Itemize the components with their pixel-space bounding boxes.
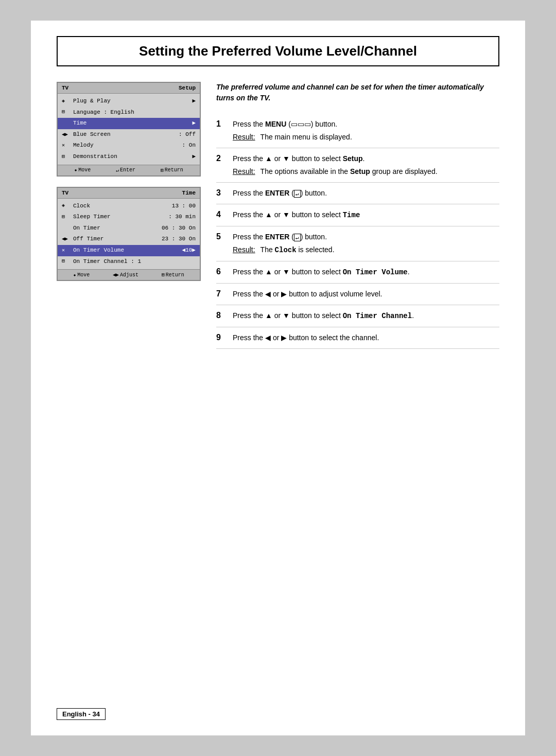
step-content-5: Press the ENTER (↵) button. Result: The … bbox=[233, 232, 499, 256]
step-3-text: Press the ENTER (↵) button. bbox=[233, 188, 499, 199]
tv-value-ontimer: 06 : 30 On bbox=[162, 224, 196, 233]
tv-setup-menu-items: ◈ Plug & Play ▶ ⊞ Language : English Tim… bbox=[58, 94, 200, 165]
tv-footer-return-1: ⊞ Return bbox=[161, 167, 183, 173]
step-1-result-label: Result: bbox=[233, 132, 255, 143]
tv-row-ontimervolume: ✕ On Timer Volume ◀10▶ bbox=[58, 245, 200, 256]
step-2-result-label: Result: bbox=[233, 166, 255, 177]
tv-row-clock: ◈ Clock 13 : 00 bbox=[58, 201, 200, 212]
icon-move-2: ⬥ bbox=[73, 272, 76, 278]
tv-footer-return-2: ⊞ Return bbox=[162, 272, 184, 278]
step-1-bold: MENU bbox=[265, 120, 286, 128]
icon-sleep: ⊞ bbox=[62, 213, 73, 221]
step-content-4: Press the ▲ or ▼ button to select Time bbox=[233, 209, 499, 221]
tv-row-ontimer: On Timer 06 : 30 On bbox=[58, 223, 200, 234]
tv-row-language: ⊞ Language : English bbox=[58, 107, 200, 118]
step-2: 2 Press the ▲ or ▼ button to select Setu… bbox=[216, 148, 499, 183]
icon-return-1: ⊞ bbox=[161, 167, 164, 173]
tv-row-bluescreen: ◀▶ Blue Screen : Off bbox=[58, 129, 200, 140]
step-number-2: 2 bbox=[216, 154, 227, 163]
tv-value-offtimer: 23 : 30 On bbox=[162, 235, 196, 244]
step-7-text: Press the ◀ or ▶ button to adjust volume… bbox=[233, 289, 499, 300]
step-4: 4 Press the ▲ or ▼ button to select Time bbox=[216, 204, 499, 226]
step-5-result-text: The Clock is selected. bbox=[260, 244, 335, 256]
tv-footer-move-2: ⬥ Move bbox=[73, 272, 90, 278]
tv-screen-setup-header: TV Setup bbox=[58, 83, 200, 94]
tv-label-offtimer: Off Timer bbox=[73, 235, 162, 244]
step-5-result-mono: Clock bbox=[275, 246, 297, 254]
step-5-result: Result: The Clock is selected. bbox=[233, 244, 499, 256]
step-6: 6 Press the ▲ or ▼ button to select On T… bbox=[216, 261, 499, 284]
tv-row-sleep: ⊞ Sleep Timer : 30 min bbox=[58, 212, 200, 223]
step-1-result: Result: The main menu is displayed. bbox=[233, 132, 499, 143]
step-5-bold: ENTER bbox=[265, 233, 289, 241]
intro-text: The preferred volume and channel can be … bbox=[216, 82, 499, 103]
tv-label-language: Language : English bbox=[73, 108, 196, 117]
tv-header-left-1: TV bbox=[62, 85, 68, 91]
tv-label-sleep: Sleep Timer bbox=[73, 213, 168, 222]
step-6-mono: On Timer Volume bbox=[343, 268, 408, 276]
icon-adjust-2: ◀▶ bbox=[113, 272, 119, 278]
step-8-text: Press the ▲ or ▼ button to select On Tim… bbox=[233, 310, 499, 322]
tv-header-left-2: TV bbox=[62, 190, 68, 196]
icon-ontimerchannel: ⊞ bbox=[62, 257, 73, 266]
step-5: 5 Press the ENTER (↵) button. Result: Th… bbox=[216, 226, 499, 261]
step-content-9: Press the ◀ or ▶ button to select the ch… bbox=[233, 332, 499, 343]
tv-label-demo: Demonstration bbox=[73, 152, 190, 162]
step-4-mono: Time bbox=[343, 211, 360, 219]
icon-demo: ⊞ bbox=[62, 153, 73, 161]
icon-clock: ◈ bbox=[62, 202, 73, 210]
step-3-bold: ENTER bbox=[265, 189, 289, 197]
step-5-text: Press the ENTER (↵) button. bbox=[233, 232, 499, 242]
tv-row-plug: ◈ Plug & Play ▶ bbox=[58, 96, 200, 107]
tv-label-plug: Plug & Play bbox=[73, 97, 190, 106]
tv-time-footer: ⬥ Move ◀▶Adjust ⊞ Return bbox=[58, 269, 200, 280]
tv-value-clock: 13 : 00 bbox=[172, 202, 196, 211]
step-2-bold: Setup bbox=[343, 154, 363, 163]
tv-header-right-1: Setup bbox=[179, 85, 196, 91]
tv-footer-enter-1: ↵ Enter bbox=[116, 167, 135, 173]
step-number-1: 1 bbox=[216, 119, 227, 129]
step-number-8: 8 bbox=[216, 311, 227, 320]
tv-footer-move-1: ⬥ Move bbox=[74, 167, 91, 173]
step-2-text: Press the ▲ or ▼ button to select Setup. bbox=[233, 153, 499, 164]
step-2-result: Result: The options available in the Set… bbox=[233, 166, 499, 177]
step-content-7: Press the ◀ or ▶ button to adjust volume… bbox=[233, 289, 499, 300]
tv-setup-footer: ⬥ Move ↵ Enter ⊞ Return bbox=[58, 165, 200, 175]
tv-label-melody: Melody bbox=[73, 141, 182, 150]
tv-arrow-time: ▶ bbox=[192, 119, 196, 128]
tv-label-ontimervolume: On Timer Volume bbox=[73, 246, 182, 255]
tv-row-demo: ⊞ Demonstration ▶ bbox=[58, 151, 200, 163]
step-8-mono: On Timer Channel bbox=[343, 312, 412, 320]
step-1: 1 Press the MENU (▭▭▭) button. Result: T… bbox=[216, 114, 499, 148]
tv-screen-time-header: TV Time bbox=[58, 188, 200, 199]
left-column: TV Setup ◈ Plug & Play ▶ ⊞ Language : En… bbox=[57, 82, 201, 349]
step-2-result-text: The options available in the Setup group… bbox=[260, 166, 438, 177]
tv-value-melody: : On bbox=[182, 141, 196, 150]
step-content-3: Press the ENTER (↵) button. bbox=[233, 188, 499, 199]
steps-list: 1 Press the MENU (▭▭▭) button. Result: T… bbox=[216, 114, 499, 349]
step-1-text: Press the MENU (▭▭▭) button. bbox=[233, 119, 499, 130]
tv-value-ontimervolume: ◀10▶ bbox=[182, 246, 196, 255]
step-4-text: Press the ▲ or ▼ button to select Time bbox=[233, 209, 499, 221]
step-content-8: Press the ▲ or ▼ button to select On Tim… bbox=[233, 310, 499, 322]
tv-label-ontimerchannel: On Timer Channel : 1 bbox=[73, 257, 196, 267]
page-container: Setting the Preferred Volume Level/Chann… bbox=[31, 21, 525, 735]
right-column: The preferred volume and channel can be … bbox=[216, 82, 499, 349]
tv-row-ontimerchannel: ⊞ On Timer Channel : 1 bbox=[58, 256, 200, 268]
step-number-7: 7 bbox=[216, 289, 227, 298]
step-5-result-label: Result: bbox=[233, 244, 255, 256]
tv-value-bluescreen: : Off bbox=[179, 130, 196, 139]
tv-value-sleep: : 30 min bbox=[168, 213, 196, 222]
tv-footer-adjust-2: ◀▶Adjust bbox=[113, 272, 138, 278]
step-content-6: Press the ▲ or ▼ button to select On Tim… bbox=[233, 267, 499, 278]
tv-screen-setup: TV Setup ◈ Plug & Play ▶ ⊞ Language : En… bbox=[57, 82, 201, 177]
page-title: Setting the Preferred Volume Level/Chann… bbox=[57, 36, 499, 66]
step-number-3: 3 bbox=[216, 188, 227, 198]
step-content-1: Press the MENU (▭▭▭) button. Result: The… bbox=[233, 119, 499, 143]
step-9-text: Press the ◀ or ▶ button to select the ch… bbox=[233, 332, 499, 343]
tv-row-offtimer: ◀▶ Off Timer 23 : 30 On bbox=[58, 234, 200, 245]
step-8: 8 Press the ▲ or ▼ button to select On T… bbox=[216, 305, 499, 327]
tv-label-time: Time bbox=[73, 119, 190, 128]
step-2-result-bold: Setup bbox=[350, 167, 370, 175]
icon-offtimer: ◀▶ bbox=[62, 235, 73, 243]
